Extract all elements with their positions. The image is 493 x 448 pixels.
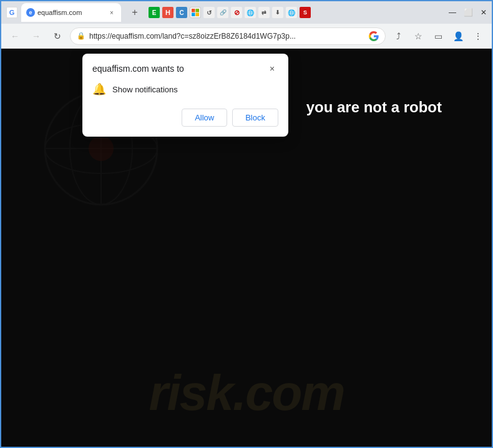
window-controls: — ⬜ ✕ <box>449 8 487 17</box>
back-button[interactable]: ← <box>6 27 24 45</box>
tab-title: equaffism.com <box>37 9 105 16</box>
svg-rect-3 <box>196 13 200 17</box>
ext-block[interactable]: ⊘ <box>231 7 242 18</box>
ext-link[interactable]: 🔗 <box>217 7 228 18</box>
robot-text-label: you are not a robot <box>306 99 442 115</box>
dialog-footer: Allow Block <box>82 104 288 137</box>
google-icon: G <box>6 7 17 18</box>
bookmark-button[interactable]: ☆ <box>409 27 427 45</box>
toolbar-right-actions: ⤴ ☆ ▭ 👤 ⋮ <box>389 27 487 45</box>
sidebar-button[interactable]: ▭ <box>429 27 447 45</box>
ext-dl[interactable]: ⬇ <box>272 7 283 18</box>
ext-windows[interactable] <box>190 7 201 18</box>
ext-globe2[interactable]: 🌐 <box>286 7 297 18</box>
new-tab-button[interactable]: + <box>127 5 142 20</box>
close-button[interactable]: ✕ <box>481 8 487 17</box>
dialog-header: equaffism.com wants to × <box>82 54 288 75</box>
permission-dialog: equaffism.com wants to × 🔔 Show notifica… <box>82 54 288 137</box>
share-button[interactable]: ⤴ <box>389 27 407 45</box>
dialog-body: 🔔 Show notifications <box>82 75 288 104</box>
navigation-toolbar: ← → ↻ 🔒 https://equaffism.com/land?c=sz8… <box>1 24 492 49</box>
browser-window: G e equaffism.com × + E H C ↺ 🔗 ⊘ 🌐 ⇄ ⬇ … <box>0 0 493 448</box>
ext-globe[interactable]: 🌐 <box>245 7 256 18</box>
maximize-button[interactable]: ⬜ <box>464 8 473 17</box>
ext-reload[interactable]: ↺ <box>203 7 215 18</box>
forward-button[interactable]: → <box>27 27 45 45</box>
active-tab[interactable]: e equaffism.com × <box>21 3 121 22</box>
svg-rect-2 <box>192 13 195 17</box>
lock-icon: 🔒 <box>77 32 85 40</box>
ext-colorzilla[interactable]: C <box>176 7 187 18</box>
menu-button[interactable]: ⋮ <box>469 27 487 45</box>
ext-arrow[interactable]: ⇄ <box>258 7 270 18</box>
profile-button[interactable]: 👤 <box>449 27 467 45</box>
tab-close-button[interactable]: × <box>107 8 116 17</box>
svg-point-9 <box>89 136 114 161</box>
svg-rect-1 <box>196 9 200 12</box>
block-button[interactable]: Block <box>232 109 278 127</box>
risk-watermark-text: risk.com <box>149 365 344 421</box>
dialog-close-button[interactable]: × <box>266 62 278 75</box>
url-text: https://equaffism.com/land?c=sz8oizzErB8… <box>89 32 365 41</box>
bell-icon: 🔔 <box>92 82 106 96</box>
minimize-button[interactable]: — <box>449 8 456 17</box>
svg-rect-0 <box>192 9 195 12</box>
robot-text: you are not a robot <box>306 99 442 116</box>
google-search-icon <box>369 31 379 41</box>
ext-evernote[interactable]: E <box>149 7 160 18</box>
dialog-message: Show notifications <box>112 85 178 94</box>
dialog-title: equaffism.com wants to <box>92 64 184 74</box>
page-content: you are not a robot risk.com equaffism.c… <box>1 49 492 447</box>
extension-icons: E H C ↺ 🔗 ⊘ 🌐 ⇄ ⬇ 🌐 S <box>149 7 311 18</box>
risk-watermark: risk.com <box>1 364 492 422</box>
allow-button[interactable]: Allow <box>182 109 227 127</box>
tab-favicon: e <box>26 8 35 17</box>
ext-security[interactable]: S <box>300 7 311 18</box>
reload-button[interactable]: ↻ <box>49 27 66 45</box>
address-bar[interactable]: 🔒 https://equaffism.com/land?c=sz8oizzEr… <box>70 27 386 45</box>
ext-h[interactable]: H <box>162 7 173 18</box>
title-bar: G e equaffism.com × + E H C ↺ 🔗 ⊘ 🌐 ⇄ ⬇ … <box>1 1 492 24</box>
